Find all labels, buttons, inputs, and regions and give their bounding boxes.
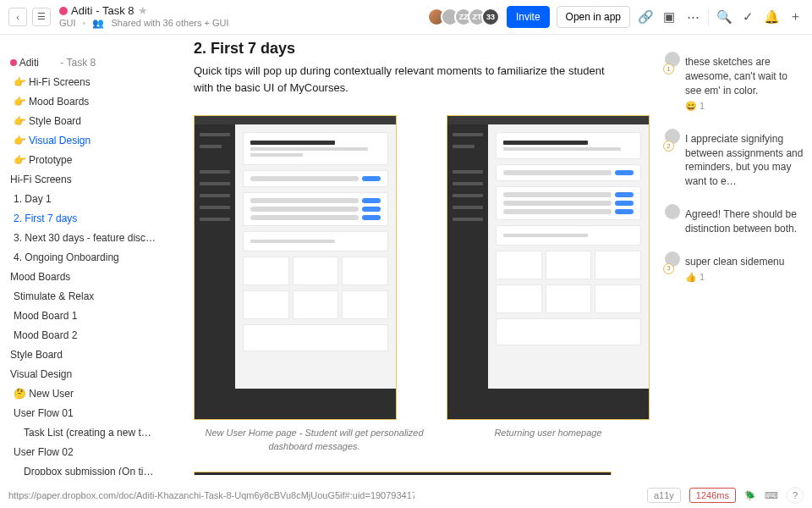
doc-author: Aditi bbox=[71, 4, 92, 18]
comment-text: super clean sidemenu bbox=[685, 255, 805, 269]
search-icon[interactable]: 🔍 bbox=[716, 8, 732, 25]
sidebar-group-title[interactable]: Style Board bbox=[0, 345, 165, 365]
shared-with: Shared with 36 others + GUI bbox=[111, 18, 228, 29]
comment-badge: 1 bbox=[663, 64, 674, 75]
comment[interactable]: 2I appreciate signifying between assignm… bbox=[665, 127, 805, 202]
more-icon[interactable]: ⋯ bbox=[684, 8, 701, 25]
sidebar-toggle-icon[interactable]: ☰ bbox=[32, 8, 51, 26]
comment-text: Agreed! There should be distinction betw… bbox=[685, 207, 805, 236]
comment[interactable]: 3super clean sidemenu👍 1 bbox=[665, 250, 805, 298]
sidebar-group-title[interactable]: Visual Design bbox=[0, 365, 165, 384]
star-icon[interactable]: ★ bbox=[138, 4, 148, 18]
sidebar-item[interactable]: 3. Next 30 days - feature discovery bbox=[0, 229, 165, 248]
sidebar-item[interactable]: 2. First 7 days bbox=[0, 209, 165, 229]
image-caption: Returning user homepage bbox=[447, 427, 650, 439]
bug-icon[interactable]: 🪲 bbox=[744, 490, 756, 501]
keyboard-icon[interactable]: ⌨ bbox=[765, 490, 778, 501]
a11y-tag[interactable]: a11y bbox=[647, 488, 681, 503]
bell-icon[interactable]: 🔔 bbox=[763, 8, 780, 25]
comment[interactable]: Agreed! There should be distinction betw… bbox=[665, 202, 805, 250]
sidebar-item[interactable]: Stimulate & Relax bbox=[0, 287, 165, 306]
present-icon[interactable]: ▣ bbox=[661, 8, 678, 25]
link-icon[interactable]: 🔗 bbox=[637, 8, 654, 25]
help-icon[interactable]: ? bbox=[787, 487, 804, 504]
avatar-stack[interactable]: ZZ ZT 33 bbox=[432, 8, 500, 26]
sidebar-item[interactable]: 1. Day 1 bbox=[0, 190, 165, 209]
sidebar-item[interactable]: 👉Prototype bbox=[0, 151, 165, 170]
chevron-left-icon[interactable]: ‹ bbox=[8, 8, 27, 26]
sidebar-item[interactable]: Dropbox submission (On time for a s… bbox=[0, 462, 165, 475]
comment-badge: 2 bbox=[663, 141, 674, 152]
comment-text: I appreciate signifying between assignme… bbox=[685, 132, 805, 189]
sidebar-item[interactable]: 👉Mood Boards bbox=[0, 92, 165, 112]
sidebar-item[interactable]: User Flow 02 bbox=[0, 443, 165, 462]
meta-sep: • bbox=[83, 18, 86, 29]
status-url: https://paper.dropbox.com/doc/Aditi-Khaz… bbox=[8, 490, 414, 501]
sidebar-root[interactable]: Aditi - Task 8 bbox=[0, 53, 165, 73]
comment-text: these sketches are awesome, can't wait t… bbox=[685, 55, 805, 97]
sidebar-group-title[interactable]: Hi-Fi Screens bbox=[0, 170, 165, 190]
check-icon[interactable]: ✓ bbox=[739, 8, 756, 25]
sidebar-item[interactable]: 👉Style Board bbox=[0, 112, 165, 131]
sidebar-item[interactable]: 4. Ongoing Onboarding bbox=[0, 248, 165, 268]
sidebar-group-title[interactable]: Mood Boards bbox=[0, 268, 165, 287]
section-heading: 2. First 7 days bbox=[194, 40, 650, 58]
image-caption: New User Home page - Student will get pe… bbox=[194, 427, 435, 453]
perf-tag[interactable]: 1246ms bbox=[689, 488, 736, 503]
doc-title: - Task 8 bbox=[96, 4, 134, 18]
comment-badge: 3 bbox=[663, 263, 674, 274]
outline-sidebar: Aditi - Task 8 👉Hi-Fi Screens👉Mood Board… bbox=[0, 35, 165, 475]
comments-panel: 1these sketches are awesome, can't wait … bbox=[661, 35, 812, 475]
document-body: 2. First 7 days Quick tips will pop up d… bbox=[165, 35, 661, 475]
comment-reaction[interactable]: 😄 1 bbox=[685, 100, 805, 113]
sidebar-item[interactable]: 👉Hi-Fi Screens bbox=[0, 73, 165, 92]
meta-left: GUI bbox=[59, 18, 76, 29]
sidebar-item[interactable]: 🤔 New User bbox=[0, 384, 165, 404]
sidebar-item[interactable]: Task List (creating a new task and che… bbox=[0, 423, 165, 443]
invite-button[interactable]: Invite bbox=[507, 6, 550, 28]
mockup-image[interactable] bbox=[194, 115, 397, 420]
avatar-overflow-count: 33 bbox=[481, 8, 500, 26]
status-bar: https://paper.dropbox.com/doc/Aditi-Khaz… bbox=[0, 483, 812, 508]
open-in-app-button[interactable]: Open in app bbox=[557, 6, 630, 28]
doc-emoji bbox=[59, 7, 68, 15]
mockup-image[interactable] bbox=[447, 115, 650, 420]
people-icon: 👥 bbox=[92, 18, 104, 29]
avatar bbox=[665, 204, 680, 219]
mockup-image[interactable] bbox=[194, 472, 612, 475]
sidebar-item[interactable]: 👉Visual Design bbox=[0, 131, 165, 151]
sidebar-item[interactable]: Mood Board 1 bbox=[0, 306, 165, 326]
plus-icon[interactable]: ＋ bbox=[787, 8, 804, 25]
comment-reaction[interactable]: 👍 1 bbox=[685, 271, 805, 284]
comment[interactable]: 1these sketches are awesome, can't wait … bbox=[665, 50, 805, 127]
sidebar-item[interactable]: User Flow 01 bbox=[0, 404, 165, 423]
section-desc: Quick tips will pop up during contextual… bbox=[194, 63, 617, 97]
sidebar-item[interactable]: Mood Board 2 bbox=[0, 326, 165, 345]
